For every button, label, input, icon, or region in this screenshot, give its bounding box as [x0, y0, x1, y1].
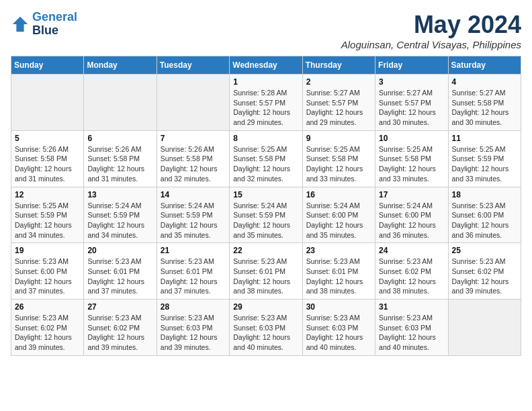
calendar-cell: 10Sunrise: 5:25 AMSunset: 5:58 PMDayligh… — [375, 130, 448, 187]
day-info: Sunrise: 5:23 AMSunset: 6:01 PMDaylight:… — [233, 257, 298, 296]
day-info: Sunrise: 5:23 AMSunset: 6:01 PMDaylight:… — [161, 257, 226, 296]
calendar-week-2: 5Sunrise: 5:26 AMSunset: 5:58 PMDaylight… — [11, 130, 521, 187]
calendar-cell: 21Sunrise: 5:23 AMSunset: 6:01 PMDayligh… — [157, 243, 229, 300]
calendar-cell: 16Sunrise: 5:24 AMSunset: 6:00 PMDayligh… — [302, 187, 375, 243]
calendar-cell: 7Sunrise: 5:26 AMSunset: 5:58 PMDaylight… — [157, 130, 229, 187]
day-info: Sunrise: 5:25 AMSunset: 5:58 PMDaylight:… — [306, 144, 371, 184]
calendar-cell: 12Sunrise: 5:25 AMSunset: 5:59 PMDayligh… — [11, 187, 84, 243]
calendar-header: SundayMondayTuesdayWednesdayThursdayFrid… — [11, 56, 521, 75]
calendar-cell: 8Sunrise: 5:25 AMSunset: 5:58 PMDaylight… — [230, 130, 302, 187]
day-number: 7 — [161, 134, 226, 143]
calendar-cell — [84, 75, 157, 131]
day-info: Sunrise: 5:23 AMSunset: 6:03 PMDaylight:… — [161, 313, 226, 353]
calendar-cell: 13Sunrise: 5:24 AMSunset: 5:59 PMDayligh… — [84, 187, 157, 243]
calendar-cell — [157, 75, 229, 131]
day-number: 23 — [306, 246, 371, 255]
day-number: 19 — [15, 246, 80, 255]
calendar-cell: 3Sunrise: 5:27 AMSunset: 5:57 PMDaylight… — [375, 75, 448, 131]
day-info: Sunrise: 5:23 AMSunset: 6:02 PMDaylight:… — [452, 257, 517, 296]
day-info: Sunrise: 5:24 AMSunset: 5:59 PMDaylight:… — [161, 201, 226, 240]
day-number: 4 — [452, 77, 517, 87]
logo-icon — [11, 15, 30, 34]
svg-marker-0 — [13, 17, 28, 32]
weekday-header-tuesday: Tuesday — [157, 56, 229, 75]
day-number: 11 — [452, 134, 517, 143]
weekday-header-sunday: Sunday — [11, 56, 84, 75]
day-number: 24 — [379, 246, 444, 255]
day-number: 10 — [379, 134, 444, 143]
calendar-cell: 18Sunrise: 5:23 AMSunset: 6:00 PMDayligh… — [448, 187, 521, 243]
day-info: Sunrise: 5:27 AMSunset: 5:58 PMDaylight:… — [452, 88, 517, 128]
day-info: Sunrise: 5:25 AMSunset: 5:59 PMDaylight:… — [15, 201, 80, 240]
day-info: Sunrise: 5:23 AMSunset: 6:02 PMDaylight:… — [87, 313, 152, 353]
location-title: Aloguinsan, Central Visayas, Philippines — [341, 39, 521, 50]
calendar-cell: 22Sunrise: 5:23 AMSunset: 6:01 PMDayligh… — [230, 243, 302, 300]
calendar-cell: 9Sunrise: 5:25 AMSunset: 5:58 PMDaylight… — [302, 130, 375, 187]
weekday-header-wednesday: Wednesday — [230, 56, 302, 75]
day-number: 1 — [233, 77, 298, 87]
day-info: Sunrise: 5:23 AMSunset: 6:00 PMDaylight:… — [452, 201, 517, 240]
weekday-header-row: SundayMondayTuesdayWednesdayThursdayFrid… — [11, 56, 521, 75]
day-info: Sunrise: 5:23 AMSunset: 6:02 PMDaylight:… — [379, 257, 444, 296]
day-number: 30 — [306, 302, 371, 312]
day-number: 5 — [15, 134, 80, 143]
day-info: Sunrise: 5:23 AMSunset: 6:01 PMDaylight:… — [306, 257, 371, 296]
day-number: 2 — [306, 77, 371, 87]
day-number: 26 — [15, 302, 80, 312]
calendar-cell: 5Sunrise: 5:26 AMSunset: 5:58 PMDaylight… — [11, 130, 84, 187]
day-info: Sunrise: 5:24 AMSunset: 5:59 PMDaylight:… — [87, 201, 152, 240]
day-info: Sunrise: 5:25 AMSunset: 5:58 PMDaylight:… — [379, 144, 444, 184]
weekday-header-saturday: Saturday — [448, 56, 521, 75]
day-number: 8 — [233, 134, 298, 143]
day-number: 29 — [233, 302, 298, 312]
calendar-body: 1Sunrise: 5:28 AMSunset: 5:57 PMDaylight… — [11, 75, 521, 356]
day-number: 13 — [87, 190, 152, 199]
day-number: 22 — [233, 246, 298, 255]
calendar-cell: 20Sunrise: 5:23 AMSunset: 6:01 PMDayligh… — [84, 243, 157, 300]
day-info: Sunrise: 5:24 AMSunset: 5:59 PMDaylight:… — [233, 201, 298, 240]
day-number: 9 — [306, 134, 371, 143]
calendar-week-3: 12Sunrise: 5:25 AMSunset: 5:59 PMDayligh… — [11, 187, 521, 243]
day-info: Sunrise: 5:24 AMSunset: 6:00 PMDaylight:… — [306, 201, 371, 240]
calendar-cell: 19Sunrise: 5:23 AMSunset: 6:00 PMDayligh… — [11, 243, 84, 300]
day-number: 12 — [15, 190, 80, 199]
calendar-cell — [11, 75, 84, 131]
calendar-cell: 28Sunrise: 5:23 AMSunset: 6:03 PMDayligh… — [157, 300, 229, 356]
day-number: 18 — [452, 190, 517, 199]
day-info: Sunrise: 5:26 AMSunset: 5:58 PMDaylight:… — [161, 144, 226, 184]
calendar-week-4: 19Sunrise: 5:23 AMSunset: 6:00 PMDayligh… — [11, 243, 521, 300]
day-info: Sunrise: 5:23 AMSunset: 6:00 PMDaylight:… — [15, 257, 80, 296]
day-info: Sunrise: 5:27 AMSunset: 5:57 PMDaylight:… — [306, 88, 371, 128]
calendar-cell: 14Sunrise: 5:24 AMSunset: 5:59 PMDayligh… — [157, 187, 229, 243]
day-info: Sunrise: 5:23 AMSunset: 6:03 PMDaylight:… — [379, 313, 444, 353]
calendar-cell: 4Sunrise: 5:27 AMSunset: 5:58 PMDaylight… — [448, 75, 521, 131]
day-info: Sunrise: 5:23 AMSunset: 6:03 PMDaylight:… — [306, 313, 371, 353]
month-title: May 2024 — [341, 11, 521, 39]
calendar-cell: 11Sunrise: 5:25 AMSunset: 5:59 PMDayligh… — [448, 130, 521, 187]
logo: General Blue — [11, 11, 77, 38]
calendar-cell: 29Sunrise: 5:23 AMSunset: 6:03 PMDayligh… — [230, 300, 302, 356]
day-info: Sunrise: 5:26 AMSunset: 5:58 PMDaylight:… — [87, 144, 152, 184]
calendar-table: SundayMondayTuesdayWednesdayThursdayFrid… — [11, 56, 521, 356]
calendar-cell: 17Sunrise: 5:24 AMSunset: 6:00 PMDayligh… — [375, 187, 448, 243]
calendar-cell: 15Sunrise: 5:24 AMSunset: 5:59 PMDayligh… — [230, 187, 302, 243]
day-number: 27 — [87, 302, 152, 312]
day-number: 28 — [161, 302, 226, 312]
day-info: Sunrise: 5:25 AMSunset: 5:59 PMDaylight:… — [452, 144, 517, 184]
calendar-week-5: 26Sunrise: 5:23 AMSunset: 6:02 PMDayligh… — [11, 300, 521, 356]
day-number: 14 — [161, 190, 226, 199]
weekday-header-monday: Monday — [84, 56, 157, 75]
day-info: Sunrise: 5:28 AMSunset: 5:57 PMDaylight:… — [233, 88, 298, 128]
day-number: 31 — [379, 302, 444, 312]
day-number: 17 — [379, 190, 444, 199]
calendar-cell: 26Sunrise: 5:23 AMSunset: 6:02 PMDayligh… — [11, 300, 84, 356]
calendar-cell: 24Sunrise: 5:23 AMSunset: 6:02 PMDayligh… — [375, 243, 448, 300]
weekday-header-thursday: Thursday — [302, 56, 375, 75]
calendar-cell: 25Sunrise: 5:23 AMSunset: 6:02 PMDayligh… — [448, 243, 521, 300]
calendar-cell: 2Sunrise: 5:27 AMSunset: 5:57 PMDaylight… — [302, 75, 375, 131]
day-info: Sunrise: 5:27 AMSunset: 5:57 PMDaylight:… — [379, 88, 444, 128]
title-block: May 2024 Aloguinsan, Central Visayas, Ph… — [341, 11, 521, 50]
day-number: 25 — [452, 246, 517, 255]
day-number: 21 — [161, 246, 226, 255]
day-number: 15 — [233, 190, 298, 199]
